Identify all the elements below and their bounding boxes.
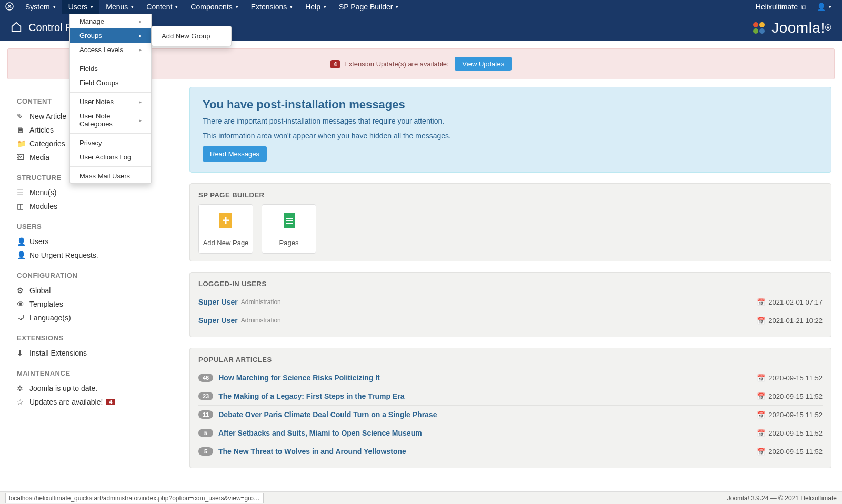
caret-down-icon: ▾ xyxy=(324,4,326,9)
svg-point-4 xyxy=(759,28,765,34)
sidebar-item-templates[interactable]: 👁Templates xyxy=(17,297,173,311)
menu-help[interactable]: Help▾ xyxy=(299,0,333,14)
sidebar-item-joomla-is-up-to-date-[interactable]: ✲Joomla is up to date. xyxy=(17,381,173,395)
menu-content[interactable]: Content▾ xyxy=(140,0,184,14)
sidebar-heading: EXTENSIONS xyxy=(17,334,173,342)
dropdown-user-actions-log[interactable]: User Actions Log xyxy=(70,150,151,164)
article-date: 📅2020-09-15 11:52 xyxy=(757,411,823,419)
joomla-logo: Joomla!® xyxy=(749,18,831,37)
user-role: Administration xyxy=(241,298,281,306)
users-dropdown: Manage▸Groups▸Access Levels▸FieldsField … xyxy=(69,14,152,184)
dropdown-privacy[interactable]: Privacy xyxy=(70,136,151,150)
sidebar-icon: ✎ xyxy=(17,112,29,120)
caret-down-icon: ▾ xyxy=(53,4,56,9)
dropdown-user-notes[interactable]: User Notes▸ xyxy=(70,95,151,109)
dropdown-access-levels[interactable]: Access Levels▸ xyxy=(70,43,151,57)
popular-row: 23The Making of a Legacy: First Steps in… xyxy=(198,387,823,405)
calendar-icon: 📅 xyxy=(757,411,765,419)
groups-submenu: Add New Group xyxy=(152,26,232,46)
hit-count: 23 xyxy=(198,392,213,400)
alert-text: Extension Update(s) are available: xyxy=(344,60,449,68)
sidebar-item-language-s-[interactable]: 🗨Language(s) xyxy=(17,311,173,325)
submenu-add-new-group[interactable]: Add New Group xyxy=(152,29,231,43)
menu-menus[interactable]: Menus▾ xyxy=(99,0,140,14)
sidebar-icon: 🖼 xyxy=(17,153,29,162)
status-bar: localhost/helixultimate_quickstart/admin… xyxy=(0,491,842,504)
sidebar-item-global[interactable]: ⚙Global xyxy=(17,284,173,297)
menu-components[interactable]: Components▾ xyxy=(184,0,244,14)
menu-sp-page-builder[interactable]: SP Page Builder▾ xyxy=(333,0,405,14)
dropdown-groups[interactable]: Groups▸ xyxy=(70,28,151,43)
dropdown-field-groups[interactable]: Field Groups xyxy=(70,76,151,90)
sidebar-icon: 👤 xyxy=(17,251,29,259)
calendar-icon: 📅 xyxy=(757,448,765,456)
sidebar-icon: ☰ xyxy=(17,188,29,197)
calendar-icon: 📅 xyxy=(757,317,765,325)
popular-heading: POPULAR ARTICLES xyxy=(198,356,823,364)
post-install-text-2: This information area won't appear when … xyxy=(203,132,818,140)
user-link[interactable]: Super User xyxy=(198,316,238,325)
sidebar-heading: CONFIGURATION xyxy=(17,271,173,279)
article-link[interactable]: Debate Over Paris Climate Deal Could Tur… xyxy=(218,410,437,419)
svg-point-2 xyxy=(759,22,765,27)
post-install-title: You have post-installation messages xyxy=(203,98,818,112)
view-updates-button[interactable]: View Updates xyxy=(455,57,512,71)
caret-down-icon: ▾ xyxy=(236,4,238,9)
sidebar-item-menu-s-[interactable]: ☰Menu(s) xyxy=(17,186,173,199)
top-menu-bar: System▾Users▾Menus▾Content▾Components▾Ex… xyxy=(0,0,842,14)
dropdown-fields[interactable]: Fields xyxy=(70,62,151,76)
dropdown-manage[interactable]: Manage▸ xyxy=(70,14,151,28)
sidebar-icon: 📁 xyxy=(17,139,29,148)
chevron-right-icon: ▸ xyxy=(139,117,142,123)
calendar-icon: 📅 xyxy=(757,374,765,382)
user-link[interactable]: Super User xyxy=(198,298,238,306)
badge: 4 xyxy=(106,399,115,405)
article-link[interactable]: The New Threat to Wolves in and Around Y… xyxy=(218,447,406,456)
calendar-icon: 📅 xyxy=(757,392,765,400)
dropdown-divider xyxy=(70,59,151,59)
main-menu: System▾Users▾Menus▾Content▾Components▾Ex… xyxy=(19,0,405,14)
sidebar-heading: MAINTENANCE xyxy=(17,369,173,377)
update-count-badge: 4 xyxy=(330,60,340,68)
user-menu[interactable]: 👤 ▾ xyxy=(811,3,837,11)
sidebar-icon: ⬇ xyxy=(17,349,29,357)
logged-in-row: Super UserAdministration📅2021-02-01 07:1… xyxy=(198,293,823,311)
sidebar-item-updates-are-available-[interactable]: ☆Updates are available!4 xyxy=(17,395,173,409)
main-content: You have post-installation messages Ther… xyxy=(189,87,842,489)
joomla-icon xyxy=(5,2,14,12)
sidebar-item-install-extensions[interactable]: ⬇Install Extensions xyxy=(17,346,173,360)
article-link[interactable]: How Marching for Science Risks Politiciz… xyxy=(218,374,380,382)
top-menu-right: Helixultimate ⧉ 👤 ▾ xyxy=(750,3,837,12)
post-install-text-1: There are important post-installation me… xyxy=(203,117,818,125)
dropdown-mass-mail-users[interactable]: Mass Mail Users xyxy=(70,169,151,183)
login-date: 📅2021-02-01 07:17 xyxy=(757,298,823,306)
sidebar-icon: 🗎 xyxy=(17,126,29,134)
sidebar-item-no-urgent-requests-[interactable]: 👤No Urgent Requests. xyxy=(17,248,173,262)
dropdown-user-note-categories[interactable]: User Note Categories▸ xyxy=(70,109,151,131)
hit-count: 46 xyxy=(198,374,213,382)
caret-down-icon: ▾ xyxy=(290,4,293,9)
menu-extensions[interactable]: Extensions▾ xyxy=(245,0,299,14)
article-link[interactable]: After Setbacks and Suits, Miami to Open … xyxy=(218,429,422,437)
hit-count: 5 xyxy=(198,429,213,437)
popular-articles-panel: POPULAR ARTICLES 46How Marching for Scie… xyxy=(189,348,831,468)
svg-rect-8 xyxy=(286,220,293,221)
chevron-right-icon: ▸ xyxy=(139,47,142,53)
pages-card[interactable]: Pages xyxy=(262,204,316,254)
sidebar-item-users[interactable]: 👤Users xyxy=(17,235,173,248)
article-date: 📅2020-09-15 11:52 xyxy=(757,429,823,437)
menu-users[interactable]: Users▾ xyxy=(62,0,100,14)
article-link[interactable]: The Making of a Legacy: First Steps in t… xyxy=(218,392,404,400)
caret-down-icon: ▾ xyxy=(175,4,178,9)
menu-system[interactable]: System▾ xyxy=(19,0,62,14)
sidebar-item-modules[interactable]: ◫Modules xyxy=(17,199,173,213)
chevron-right-icon: ▸ xyxy=(139,18,142,24)
read-messages-button[interactable]: Read Messages xyxy=(203,146,267,162)
sidebar-icon: ☆ xyxy=(17,398,29,406)
chevron-right-icon: ▸ xyxy=(139,99,142,105)
post-install-panel: You have post-installation messages Ther… xyxy=(189,87,831,173)
add-new-page-card[interactable]: Add New Page xyxy=(198,204,253,254)
status-url: localhost/helixultimate_quickstart/admin… xyxy=(5,493,264,503)
site-link[interactable]: Helixultimate ⧉ xyxy=(750,3,811,12)
svg-rect-9 xyxy=(286,223,293,224)
